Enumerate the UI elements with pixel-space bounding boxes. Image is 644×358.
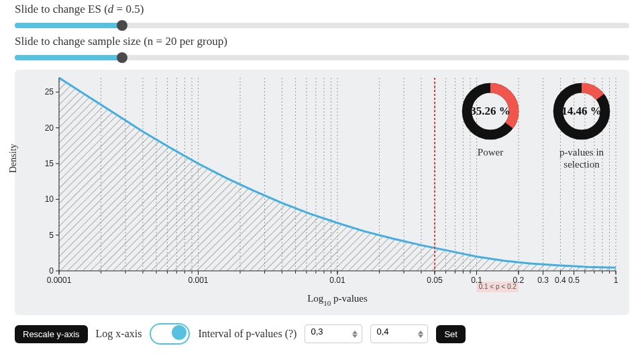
svg-text:25: 25 bbox=[45, 87, 54, 97]
logx-toggle[interactable] bbox=[150, 323, 190, 345]
spinner-icon[interactable] bbox=[352, 326, 360, 342]
svg-text:0.1: 0.1 bbox=[471, 276, 482, 285]
power-caption: Power bbox=[453, 146, 527, 158]
logx-label: Log x-axis bbox=[96, 328, 142, 340]
toggle-knob bbox=[172, 325, 186, 340]
svg-text:10: 10 bbox=[45, 194, 54, 204]
slider-thumb[interactable] bbox=[117, 52, 127, 63]
psel-value: 14.46 % bbox=[545, 105, 619, 118]
svg-text:20: 20 bbox=[45, 123, 54, 133]
psel-donut: 14.46 % p-values in selection bbox=[545, 80, 619, 170]
p-high-field[interactable] bbox=[375, 326, 418, 337]
toolbar: Rescale y-axis Log x-axis Interval of p-… bbox=[15, 323, 629, 345]
svg-text:0.001: 0.001 bbox=[188, 276, 208, 285]
rescale-y-button[interactable]: Rescale y-axis bbox=[15, 325, 88, 343]
y-axis-title: Density bbox=[8, 143, 19, 173]
n-slider-label: Slide to change sample size (n = 20 per … bbox=[15, 35, 629, 48]
p-low-input[interactable] bbox=[305, 324, 362, 343]
power-donut: 35.26 % Power bbox=[453, 80, 527, 170]
n-slider[interactable] bbox=[15, 52, 629, 63]
es-slider-label: Slide to change ES (d = 0.5) bbox=[15, 3, 629, 16]
interval-label: Interval of p-values (?) bbox=[198, 328, 297, 340]
slider-fill bbox=[15, 23, 122, 28]
p-high-input[interactable] bbox=[370, 324, 428, 343]
donut-group: 35.26 % Power 14.46 % p-values in select… bbox=[453, 80, 619, 170]
psel-caption: p-values in selection bbox=[545, 146, 619, 170]
svg-text:0: 0 bbox=[49, 266, 54, 276]
slider-fill bbox=[15, 55, 122, 60]
svg-text:0.0001: 0.0001 bbox=[47, 276, 72, 285]
slider-thumb[interactable] bbox=[117, 20, 127, 31]
n-slider-block: Slide to change sample size (n = 20 per … bbox=[15, 35, 629, 63]
svg-text:0.01: 0.01 bbox=[329, 276, 345, 285]
plot-panel: Density 0.1 < p < 0.205101520250.00010.0… bbox=[15, 70, 629, 315]
es-slider[interactable] bbox=[15, 20, 629, 31]
plot-wrap: Density 0.1 < p < 0.205101520250.00010.0… bbox=[21, 74, 623, 306]
svg-text:0.1 < p < 0.2: 0.1 < p < 0.2 bbox=[479, 283, 517, 290]
svg-text:Log10 p-values: Log10 p-values bbox=[307, 293, 368, 306]
svg-text:1: 1 bbox=[614, 276, 619, 285]
svg-text:0.4: 0.4 bbox=[555, 276, 566, 285]
svg-text:0.3: 0.3 bbox=[537, 276, 549, 285]
p-low-field[interactable] bbox=[309, 326, 352, 337]
svg-text:15: 15 bbox=[45, 159, 54, 168]
set-button[interactable]: Set bbox=[436, 325, 466, 343]
svg-text:0.5: 0.5 bbox=[568, 276, 580, 285]
svg-text:5: 5 bbox=[49, 231, 54, 240]
svg-text:0.05: 0.05 bbox=[427, 276, 443, 285]
svg-text:0.2: 0.2 bbox=[513, 276, 525, 285]
es-slider-block: Slide to change ES (d = 0.5) bbox=[15, 3, 629, 31]
power-value: 35.26 % bbox=[453, 105, 527, 118]
spinner-icon[interactable] bbox=[418, 326, 426, 342]
